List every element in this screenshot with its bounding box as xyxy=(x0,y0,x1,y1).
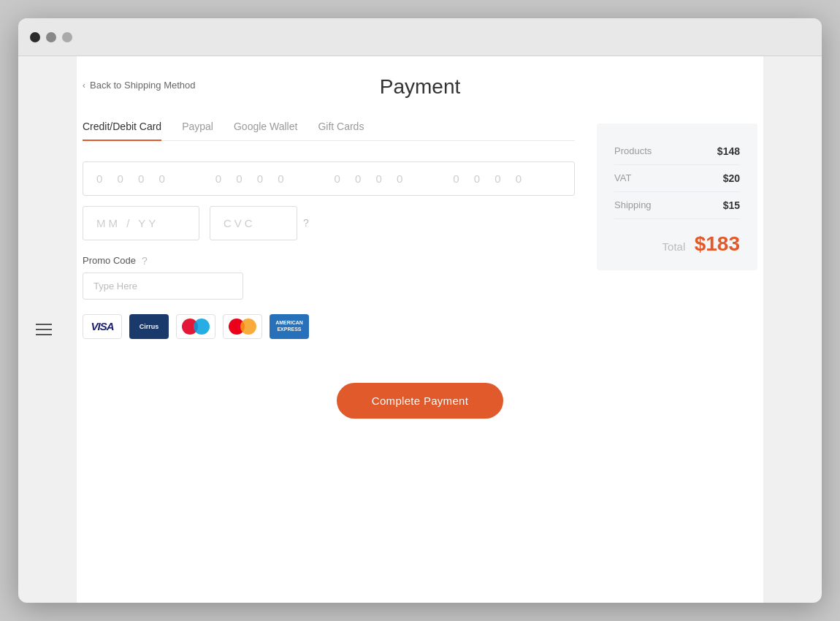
complete-payment-wrapper: Complete Payment xyxy=(77,383,763,433)
summary-value-shipping: $15 xyxy=(723,199,740,211)
maestro-circles xyxy=(182,318,210,335)
card-details-row: ? xyxy=(83,206,575,240)
tab-google-wallet[interactable]: Google Wallet xyxy=(234,121,297,141)
promo-input[interactable] xyxy=(83,273,243,300)
mc-circle-right xyxy=(240,319,256,335)
page-content: ‹ Back to Shipping Method Payment Credit… xyxy=(77,56,763,603)
summary-value-products: $148 xyxy=(717,145,740,157)
summary-row-shipping: Shipping $15 xyxy=(614,192,740,219)
dot-close[interactable] xyxy=(30,32,40,42)
back-link-label: Back to Shipping Method xyxy=(90,80,196,91)
total-section: Total $183 xyxy=(614,232,740,256)
summary-value-vat: $20 xyxy=(723,172,740,184)
dot-fullscreen[interactable] xyxy=(62,32,72,42)
promo-label: Promo Code xyxy=(83,255,136,266)
cvc-wrapper: ? xyxy=(210,206,309,240)
expiry-input[interactable] xyxy=(83,206,199,240)
browser-dots xyxy=(30,32,72,42)
mastercard-logo xyxy=(223,314,262,339)
cvc-help-icon[interactable]: ? xyxy=(303,217,309,229)
tab-gift-cards[interactable]: Gift Cards xyxy=(318,121,364,141)
summary-row-products: Products $148 xyxy=(614,138,740,165)
order-summary: Products $148 VAT $20 Shipping $15 Total… xyxy=(597,123,757,270)
main-layout: Credit/Debit Card Paypal Google Wallet G… xyxy=(77,121,763,339)
complete-payment-button[interactable]: Complete Payment xyxy=(337,383,503,419)
cirrus-logo: Cirrus xyxy=(129,314,169,339)
sidebar-menu-icon[interactable] xyxy=(36,324,52,335)
amex-logo: AMERICANEXPRESS xyxy=(270,314,309,339)
promo-help-icon[interactable]: ? xyxy=(142,255,148,267)
payment-form: Credit/Debit Card Paypal Google Wallet G… xyxy=(83,121,575,339)
summary-label-vat: VAT xyxy=(614,172,631,183)
card-number-input[interactable] xyxy=(83,161,575,196)
card-logos: VISA Cirrus xyxy=(83,314,575,339)
mc-circles xyxy=(229,318,256,335)
tab-paypal[interactable]: Paypal xyxy=(182,121,213,141)
summary-row-vat: VAT $20 xyxy=(614,165,740,192)
total-label: Total xyxy=(663,240,686,253)
summary-label-shipping: Shipping xyxy=(614,199,652,210)
maestro-logo xyxy=(176,314,215,339)
total-value: $183 xyxy=(695,232,740,255)
promo-label-row: Promo Code ? xyxy=(83,255,575,267)
summary-label-products: Products xyxy=(614,145,652,156)
browser-window: ‹ Back to Shipping Method Payment Credit… xyxy=(18,18,822,603)
maestro-circle-right xyxy=(194,319,210,335)
browser-chrome xyxy=(18,18,822,56)
visa-logo: VISA xyxy=(83,314,122,339)
tab-credit-debit[interactable]: Credit/Debit Card xyxy=(83,121,161,141)
payment-tabs: Credit/Debit Card Paypal Google Wallet G… xyxy=(83,121,575,141)
promo-section: Promo Code ? xyxy=(83,255,575,300)
back-link[interactable]: ‹ Back to Shipping Method xyxy=(77,56,196,91)
chevron-left-icon: ‹ xyxy=(83,80,85,91)
dot-minimize[interactable] xyxy=(46,32,56,42)
cvc-input[interactable] xyxy=(210,206,297,240)
